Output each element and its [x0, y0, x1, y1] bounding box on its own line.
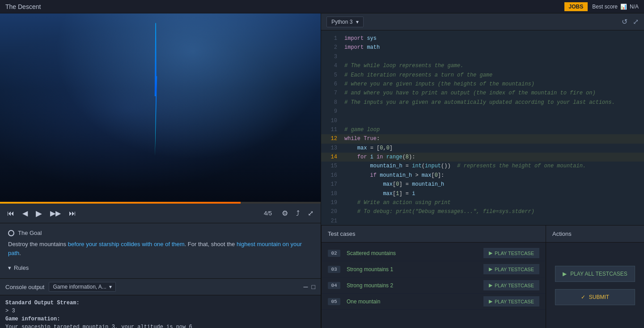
console-dropdown-label: Game information, A...: [53, 284, 106, 290]
test-item-03: 03 Strong mountains 1 ▶ PLAY TESTCASE: [322, 261, 546, 277]
play-testcase-05-label: PLAY TESTCASE: [495, 299, 534, 304]
goal-highlight1: before your starship collides with one o…: [68, 241, 185, 247]
skip-fwd-icon: ⏭: [69, 209, 76, 217]
console-footer-row: Standard Output Stream: > 3 Game informa…: [0, 295, 321, 328]
code-line-20: 20 # To debug: print("Debug messages..."…: [321, 207, 644, 216]
actions-panel: Actions ▶ PLAY ALL TESTCASES ✓ SUBMIT: [546, 226, 644, 328]
share-button[interactable]: ⤴: [294, 209, 301, 218]
play-testcase-04-label: PLAY TESTCASE: [495, 283, 534, 288]
code-line-7: 7 # and where you have to print an outpu…: [321, 89, 644, 98]
line-number-19: 19: [325, 198, 337, 207]
console-actions: ─ □: [304, 283, 315, 290]
check-icon: ✓: [581, 294, 585, 300]
play-testcase-04-button[interactable]: ▶ PLAY TESTCASE: [483, 280, 539, 290]
test-num-04: 04: [328, 282, 340, 289]
code-content-16: if mountain_h > max[0]:: [344, 171, 640, 180]
play-testcase-03-button[interactable]: ▶ PLAY TESTCASE: [483, 264, 539, 274]
code-content-21: [344, 217, 640, 225]
code-content-13: max = [0,0]: [344, 144, 640, 153]
play-icon-02: ▶: [489, 250, 492, 256]
console-line-3: Game information:: [5, 315, 315, 323]
editor-fullscreen-button[interactable]: ⤢: [633, 17, 639, 26]
line-number-14: 14: [325, 153, 337, 162]
play-all-testcases-button[interactable]: ▶ PLAY ALL TESTCASES: [555, 266, 635, 282]
goal-text: Destroy the mountains before your starsh…: [8, 240, 313, 257]
test-num-03: 03: [328, 266, 340, 273]
test-name-02: Scattered mountains: [347, 250, 483, 256]
test-num-05: 05: [328, 298, 340, 305]
play-button[interactable]: ▶: [34, 208, 44, 219]
editor-actions: ↺ ⤢: [622, 17, 639, 26]
gear-icon: ⚙: [282, 209, 288, 217]
code-area[interactable]: 1 import sys 2 import math 3 4 # The whi…: [321, 30, 644, 225]
play-testcase-02-label: PLAY TESTCASE: [495, 251, 534, 256]
console-line-1: Standard Output Stream:: [5, 299, 315, 307]
prev-button[interactable]: ◀: [21, 208, 30, 218]
code-editor: Python 3 ▾ ↺ ⤢ 1 import sys 2 import mat…: [321, 13, 644, 225]
left-panel: ⏮ ◀ ▶ ▶▶ ⏭ 4/5 ⚙ ⤴: [0, 13, 321, 328]
test-item-05: 05 One mountain ▶ PLAY TESTCASE: [322, 294, 546, 310]
code-content-11: # game loop: [344, 125, 640, 134]
video-progress-bar[interactable]: [0, 202, 321, 204]
test-name-05: One mountain: [347, 298, 483, 305]
header: The Descent JOBS Best score 📊 N/A: [0, 0, 644, 13]
console-header: Console output Game information, A... ▾ …: [0, 278, 321, 295]
console-maximize-button[interactable]: □: [312, 283, 315, 290]
console-minimize-button[interactable]: ─: [304, 283, 308, 290]
jobs-button[interactable]: JOBS: [564, 2, 588, 11]
settings-button[interactable]: ⚙: [280, 208, 290, 218]
play-testcase-02-button[interactable]: ▶ PLAY TESTCASE: [483, 248, 539, 258]
line-number-5: 5: [325, 71, 337, 80]
video-progress-fill: [0, 202, 241, 204]
code-line-13: 13 max = [0,0]: [321, 144, 644, 153]
code-content-2: import math: [344, 43, 640, 52]
code-line-16: 16 if mountain_h > max[0]:: [321, 171, 644, 180]
play-testcase-05-button[interactable]: ▶ PLAY TESTCASE: [483, 296, 539, 307]
language-selector[interactable]: Python 3 ▾: [326, 17, 364, 27]
test-item-02: 02 Scattered mountains ▶ PLAY TESTCASE: [322, 245, 546, 261]
lang-chevron-icon: ▾: [356, 19, 359, 25]
skip-fwd-button[interactable]: ⏭: [67, 209, 78, 218]
code-content-19: # Write an action using print: [344, 198, 640, 207]
score-value: N/A: [630, 4, 639, 10]
code-line-5: 5 # Each iteration represents a turn of …: [321, 71, 644, 80]
submit-button[interactable]: ✓ SUBMIT: [555, 289, 635, 305]
line-number-17: 17: [325, 180, 337, 189]
test-cases-title: Test cases: [328, 230, 355, 237]
code-line-9: 9: [321, 107, 644, 116]
actions-title: Actions: [552, 230, 572, 237]
app-title: The Descent: [5, 3, 41, 10]
code-line-3: 3: [321, 52, 644, 61]
next-button[interactable]: ▶▶: [48, 208, 63, 218]
rules-toggle[interactable]: ▾ Rules: [8, 262, 313, 274]
play-testcase-03-label: PLAY TESTCASE: [495, 267, 534, 272]
scene-background: [0, 13, 321, 204]
code-content-17: max[0] = mountain_h: [344, 180, 640, 189]
editor-header: Python 3 ▾ ↺ ⤢: [321, 13, 644, 30]
console-line-4: Your spaceship targeted mountain 3, your…: [5, 323, 315, 328]
console-line-2: > 3: [5, 307, 315, 315]
play-icon-03: ▶: [489, 266, 492, 272]
language-label: Python 3: [331, 19, 352, 25]
code-content-4: # The while loop represents the game.: [344, 61, 640, 70]
editor-refresh-button[interactable]: ↺: [622, 17, 627, 26]
skip-back-button[interactable]: ⏮: [5, 209, 16, 218]
expand-button[interactable]: ⤢: [306, 208, 315, 218]
code-line-8: 8 # The inputs you are given are automat…: [321, 98, 644, 107]
goal-header: The Goal: [8, 230, 313, 236]
console-dropdown[interactable]: Game information, A... ▾: [49, 282, 115, 292]
minimize-icon: ─: [304, 283, 308, 290]
line-number-6: 6: [325, 80, 337, 89]
line-number-12: 12: [325, 134, 337, 143]
play-icon-04: ▶: [489, 282, 492, 288]
test-cases-header: Test cases: [322, 226, 546, 243]
code-content-10: [344, 116, 640, 125]
line-number-21: 21: [325, 217, 337, 225]
skip-back-icon: ⏮: [7, 209, 14, 217]
code-content-1: import sys: [344, 34, 640, 43]
code-content-20: # To debug: print("Debug messages...", f…: [344, 207, 640, 216]
code-line-18: 18 max[1] = i: [321, 189, 644, 198]
best-score: Best score 📊 N/A: [592, 4, 639, 10]
ctrl-right: ⚙ ⤴ ⤢: [280, 208, 315, 218]
code-line-17: 17 max[0] = mountain_h: [321, 180, 644, 189]
